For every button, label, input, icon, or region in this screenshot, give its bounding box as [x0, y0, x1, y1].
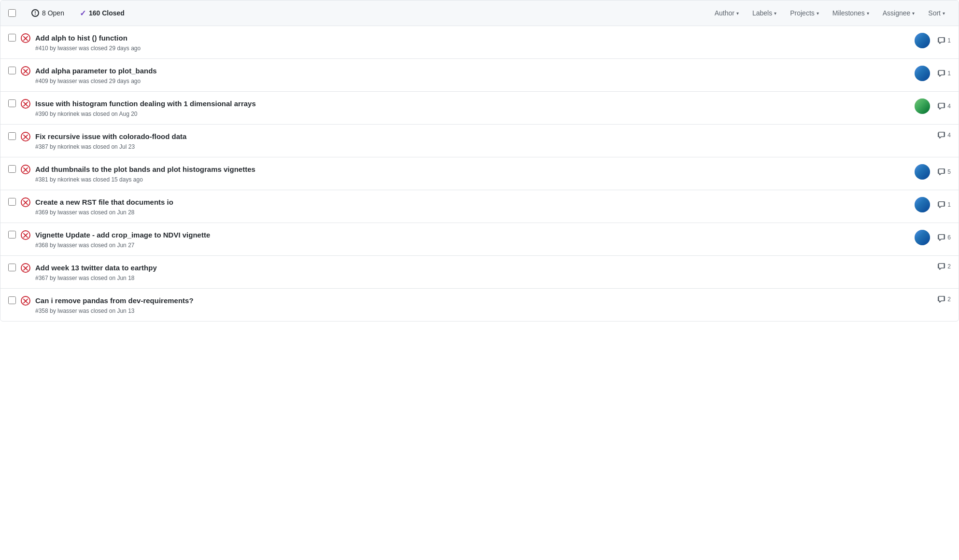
comment-icon [938, 295, 945, 303]
assignee-filter-button[interactable]: Assignee ▾ [877, 6, 921, 20]
issue-author-link[interactable]: lwasser [57, 275, 77, 281]
assignee-label: Assignee [883, 9, 911, 17]
open-icon: ! [31, 9, 39, 17]
open-label: 8 Open [42, 9, 64, 17]
sort-button[interactable]: Sort ▾ [922, 6, 951, 20]
comment-number: 5 [947, 168, 951, 175]
author-filter-button[interactable]: Author ▾ [709, 6, 745, 20]
closed-icon-svg [21, 263, 30, 273]
closed-icon-svg [21, 132, 30, 141]
issue-content: Add alpha parameter to plot_bands #409 b… [35, 66, 910, 84]
issue-author-link[interactable]: nkorinek [57, 143, 79, 150]
issue-author-link[interactable]: lwasser [57, 45, 77, 52]
closed-issue-icon [21, 263, 30, 274]
sort-chevron-icon: ▾ [943, 11, 945, 16]
closed-issue-icon [21, 197, 30, 209]
issue-author-link[interactable]: lwasser [57, 78, 77, 84]
projects-filter-button[interactable]: Projects ▾ [784, 6, 825, 20]
issue-title[interactable]: Add alpha parameter to plot_bands [35, 67, 157, 75]
avatar [915, 197, 930, 212]
closed-issues-button[interactable]: ✓ 160 Closed [76, 7, 128, 20]
closed-issue-icon [21, 230, 30, 241]
avatar [915, 66, 930, 81]
comment-count: 1 [938, 201, 951, 209]
issue-checkbox[interactable] [8, 34, 16, 42]
sort-label: Sort [928, 9, 941, 17]
comment-icon [938, 37, 945, 44]
comment-icon [938, 168, 945, 176]
labels-filter-button[interactable]: Labels ▾ [747, 6, 782, 20]
issue-content: Add alph to hist () function #410 by lwa… [35, 33, 910, 52]
comment-count: 1 [938, 70, 951, 77]
issue-author-link[interactable]: nkorinek [57, 111, 79, 117]
issue-content: Can i remove pandas from dev-requirement… [35, 295, 910, 314]
closed-icon-svg [21, 165, 30, 174]
comment-number: 1 [947, 201, 951, 208]
closed-issue-icon [21, 33, 30, 44]
author-chevron-icon: ▾ [736, 11, 739, 16]
comment-icon [938, 131, 945, 139]
projects-chevron-icon: ▾ [817, 11, 819, 16]
issue-right: 4 [915, 98, 951, 114]
issue-title[interactable]: Add alph to hist () function [35, 34, 127, 42]
issue-content: Create a new RST file that documents io … [35, 197, 910, 216]
issue-item: Can i remove pandas from dev-requirement… [0, 289, 959, 321]
issue-checkbox[interactable] [8, 231, 16, 238]
issue-title[interactable]: Can i remove pandas from dev-requirement… [35, 296, 194, 305]
closed-icon-svg [21, 66, 30, 76]
comment-count: 4 [938, 102, 951, 110]
labels-label: Labels [752, 9, 772, 17]
comment-count: 6 [938, 234, 951, 241]
issue-meta: #358 by lwasser was closed on Jun 13 [35, 308, 910, 314]
issue-checkbox[interactable] [8, 198, 16, 206]
closed-label: 160 Closed [89, 9, 125, 17]
comment-count: 1 [938, 37, 951, 44]
issues-toolbar: ! 8 Open ✓ 160 Closed Author ▾ Labels ▾ … [0, 0, 959, 26]
issue-title[interactable]: Fix recursive issue with colorado-flood … [35, 132, 186, 140]
issue-right: 2 [915, 263, 951, 270]
issue-right: 4 [915, 131, 951, 139]
issue-content: Add week 13 twitter data to earthpy #367… [35, 263, 910, 281]
checkmark-icon: ✓ [80, 9, 86, 18]
closed-issue-icon [21, 99, 30, 110]
issue-right: 1 [915, 66, 951, 81]
issue-checkbox[interactable] [8, 67, 16, 74]
issue-content: Fix recursive issue with colorado-flood … [35, 131, 910, 150]
closed-issue-icon [21, 66, 30, 77]
issue-title[interactable]: Vignette Update - add crop_image to NDVI… [35, 231, 210, 239]
issue-item: Vignette Update - add crop_image to NDVI… [0, 223, 959, 256]
issue-author-link[interactable]: nkorinek [57, 176, 79, 183]
issue-checkbox[interactable] [8, 165, 16, 173]
issues-container: ! 8 Open ✓ 160 Closed Author ▾ Labels ▾ … [0, 0, 959, 322]
issue-checkbox[interactable] [8, 132, 16, 140]
avatar [915, 33, 930, 48]
comment-icon [938, 70, 945, 77]
issue-checkbox[interactable] [8, 99, 16, 107]
comment-count: 2 [938, 295, 951, 303]
issue-title[interactable]: Create a new RST file that documents io [35, 198, 173, 206]
issue-title[interactable]: Issue with histogram function dealing wi… [35, 99, 256, 108]
issue-checkbox[interactable] [8, 296, 16, 304]
issue-right: 5 [915, 164, 951, 180]
labels-chevron-icon: ▾ [774, 11, 776, 16]
comment-count: 2 [938, 263, 951, 270]
issue-meta: #381 by nkorinek was closed 15 days ago [35, 176, 910, 183]
issue-author-link[interactable]: lwasser [57, 308, 77, 314]
projects-label: Projects [790, 9, 815, 17]
issue-meta: #390 by nkorinek was closed on Aug 20 [35, 111, 910, 117]
issue-title[interactable]: Add thumbnails to the plot bands and plo… [35, 165, 255, 173]
comment-number: 4 [947, 103, 951, 110]
select-all-checkbox[interactable] [8, 9, 16, 17]
issue-title[interactable]: Add week 13 twitter data to earthpy [35, 264, 157, 272]
milestones-filter-button[interactable]: Milestones ▾ [827, 6, 875, 20]
issue-meta: #410 by lwasser was closed 29 days ago [35, 45, 910, 52]
open-issues-button[interactable]: ! 8 Open [28, 7, 68, 19]
closed-icon-svg [21, 99, 30, 109]
milestones-label: Milestones [832, 9, 865, 17]
issue-checkbox[interactable] [8, 264, 16, 271]
issue-author-link[interactable]: lwasser [57, 209, 77, 216]
issue-author-link[interactable]: lwasser [57, 242, 77, 249]
closed-issue-icon [21, 165, 30, 176]
comment-count: 5 [938, 168, 951, 176]
issue-right: 1 [915, 197, 951, 212]
